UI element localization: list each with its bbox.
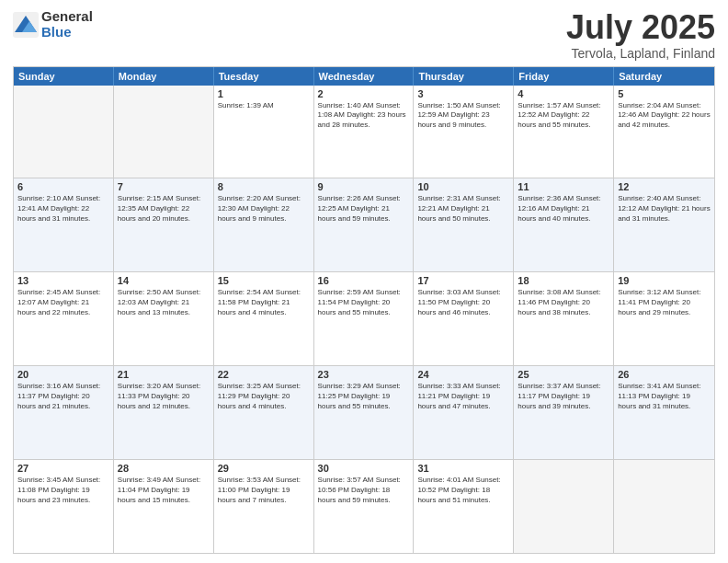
day-number: 25 (518, 369, 609, 380)
cell-details: Sunrise: 2:40 AM Sunset: 12:12 AM Daylig… (618, 194, 711, 224)
empty-cell (114, 86, 214, 178)
cell-details: Sunrise: 1:50 AM Sunset: 12:59 AM Daylig… (417, 101, 509, 131)
day-cell-18: 18Sunrise: 3:08 AM Sunset: 11:46 PM Dayl… (514, 272, 614, 365)
cell-details: Sunrise: 2:31 AM Sunset: 12:21 AM Daylig… (417, 194, 509, 224)
day-cell-19: 19Sunrise: 3:12 AM Sunset: 11:41 PM Dayl… (614, 272, 714, 365)
day-header-monday: Monday (114, 67, 214, 86)
day-number: 4 (518, 88, 609, 99)
day-number: 24 (417, 369, 509, 380)
day-number: 12 (618, 181, 711, 192)
location: Tervola, Lapland, Finland (566, 46, 715, 61)
cell-details: Sunrise: 3:20 AM Sunset: 11:33 PM Daylig… (118, 382, 210, 411)
day-number: 16 (318, 275, 410, 286)
day-number: 18 (518, 275, 609, 286)
day-number: 14 (118, 275, 210, 286)
day-number: 30 (318, 463, 410, 474)
day-cell-23: 23Sunrise: 3:29 AM Sunset: 11:25 PM Dayl… (314, 366, 415, 459)
day-cell-29: 29Sunrise: 3:53 AM Sunset: 11:00 PM Dayl… (214, 460, 314, 553)
day-cell-28: 28Sunrise: 3:49 AM Sunset: 11:04 PM Dayl… (114, 460, 214, 553)
month-title: July 2025 (566, 9, 715, 46)
cell-details: Sunrise: 3:29 AM Sunset: 11:25 PM Daylig… (318, 382, 410, 411)
day-header-thursday: Thursday (414, 67, 514, 86)
cell-details: Sunrise: 1:40 AM Sunset: 1:08 AM Dayligh… (318, 101, 410, 131)
cell-details: Sunrise: 3:16 AM Sunset: 11:37 PM Daylig… (17, 382, 109, 411)
day-cell-30: 30Sunrise: 3:57 AM Sunset: 10:56 PM Dayl… (314, 460, 415, 553)
day-number: 27 (17, 463, 109, 474)
calendar-body: 1Sunrise: 1:39 AM2Sunrise: 1:40 AM Sunse… (14, 86, 714, 553)
cell-details: Sunrise: 2:59 AM Sunset: 11:54 PM Daylig… (318, 288, 410, 317)
day-cell-11: 11Sunrise: 2:36 AM Sunset: 12:16 AM Dayl… (514, 178, 614, 271)
day-cell-16: 16Sunrise: 2:59 AM Sunset: 11:54 PM Dayl… (314, 272, 415, 365)
day-number: 19 (618, 275, 711, 286)
cell-details: Sunrise: 3:49 AM Sunset: 11:04 PM Daylig… (118, 476, 210, 505)
cell-details: Sunrise: 2:45 AM Sunset: 12:07 AM Daylig… (17, 288, 109, 317)
calendar-row-0: 1Sunrise: 1:39 AM2Sunrise: 1:40 AM Sunse… (14, 86, 714, 178)
day-header-tuesday: Tuesday (214, 67, 314, 86)
day-cell-20: 20Sunrise: 3:16 AM Sunset: 11:37 PM Dayl… (14, 366, 114, 459)
cell-details: Sunrise: 3:25 AM Sunset: 11:29 PM Daylig… (218, 382, 310, 411)
cell-details: Sunrise: 2:54 AM Sunset: 11:58 PM Daylig… (218, 288, 310, 317)
day-cell-15: 15Sunrise: 2:54 AM Sunset: 11:58 PM Dayl… (214, 272, 314, 365)
day-header-sunday: Sunday (14, 67, 114, 86)
cell-details: Sunrise: 1:57 AM Sunset: 12:52 AM Daylig… (518, 101, 609, 131)
day-cell-24: 24Sunrise: 3:33 AM Sunset: 11:21 PM Dayl… (414, 366, 514, 459)
logo-blue-text: Blue (41, 25, 93, 40)
day-cell-22: 22Sunrise: 3:25 AM Sunset: 11:29 PM Dayl… (214, 366, 314, 459)
cell-details: Sunrise: 3:53 AM Sunset: 11:00 PM Daylig… (218, 476, 310, 505)
logo-general-text: General (41, 9, 93, 25)
day-cell-10: 10Sunrise: 2:31 AM Sunset: 12:21 AM Dayl… (414, 178, 514, 271)
day-header-wednesday: Wednesday (314, 67, 415, 86)
cell-details: Sunrise: 2:04 AM Sunset: 12:46 AM Daylig… (618, 101, 711, 131)
day-cell-2: 2Sunrise: 1:40 AM Sunset: 1:08 AM Daylig… (314, 86, 415, 178)
cell-details: Sunrise: 3:08 AM Sunset: 11:46 PM Daylig… (518, 288, 609, 317)
cell-details: Sunrise: 2:15 AM Sunset: 12:35 AM Daylig… (118, 194, 210, 224)
cell-details: Sunrise: 3:03 AM Sunset: 11:50 PM Daylig… (417, 288, 509, 317)
day-number: 31 (417, 463, 509, 474)
day-cell-13: 13Sunrise: 2:45 AM Sunset: 12:07 AM Dayl… (14, 272, 114, 365)
day-cell-27: 27Sunrise: 3:45 AM Sunset: 11:08 PM Dayl… (14, 460, 114, 553)
cell-details: Sunrise: 3:37 AM Sunset: 11:17 PM Daylig… (518, 382, 609, 411)
day-cell-31: 31Sunrise: 4:01 AM Sunset: 10:52 PM Dayl… (414, 460, 514, 553)
day-cell-5: 5Sunrise: 2:04 AM Sunset: 12:46 AM Dayli… (614, 86, 714, 178)
day-number: 29 (218, 463, 310, 474)
day-cell-4: 4Sunrise: 1:57 AM Sunset: 12:52 AM Dayli… (514, 86, 614, 178)
day-number: 7 (118, 181, 210, 192)
day-number: 9 (318, 181, 410, 192)
day-number: 3 (417, 88, 509, 99)
day-number: 15 (218, 275, 310, 286)
day-number: 11 (518, 181, 609, 192)
day-cell-8: 8Sunrise: 2:20 AM Sunset: 12:30 AM Dayli… (214, 178, 314, 271)
day-cell-3: 3Sunrise: 1:50 AM Sunset: 12:59 AM Dayli… (414, 86, 514, 178)
day-number: 13 (17, 275, 109, 286)
cell-details: Sunrise: 3:12 AM Sunset: 11:41 PM Daylig… (618, 288, 711, 317)
cell-details: Sunrise: 3:33 AM Sunset: 11:21 PM Daylig… (417, 382, 509, 411)
logo: General Blue (13, 9, 93, 40)
day-cell-17: 17Sunrise: 3:03 AM Sunset: 11:50 PM Dayl… (414, 272, 514, 365)
day-number: 10 (417, 181, 509, 192)
day-number: 21 (118, 369, 210, 380)
cell-details: Sunrise: 2:50 AM Sunset: 12:03 AM Daylig… (118, 288, 210, 317)
cell-details: Sunrise: 4:01 AM Sunset: 10:52 PM Daylig… (417, 476, 509, 505)
day-number: 23 (318, 369, 410, 380)
day-number: 1 (218, 88, 310, 99)
calendar-row-1: 6Sunrise: 2:10 AM Sunset: 12:41 AM Dayli… (14, 178, 714, 271)
empty-cell (514, 460, 614, 553)
calendar-row-4: 27Sunrise: 3:45 AM Sunset: 11:08 PM Dayl… (14, 459, 714, 553)
day-cell-6: 6Sunrise: 2:10 AM Sunset: 12:41 AM Dayli… (14, 178, 114, 271)
calendar-row-2: 13Sunrise: 2:45 AM Sunset: 12:07 AM Dayl… (14, 271, 714, 365)
title-block: July 2025 Tervola, Lapland, Finland (566, 9, 715, 61)
cell-details: Sunrise: 3:57 AM Sunset: 10:56 PM Daylig… (318, 476, 410, 505)
calendar-header: SundayMondayTuesdayWednesdayThursdayFrid… (14, 67, 714, 86)
calendar-row-3: 20Sunrise: 3:16 AM Sunset: 11:37 PM Dayl… (14, 365, 714, 459)
empty-cell (14, 86, 114, 178)
day-number: 6 (17, 181, 109, 192)
cell-details: Sunrise: 1:39 AM (218, 101, 310, 111)
day-number: 8 (218, 181, 310, 192)
day-cell-7: 7Sunrise: 2:15 AM Sunset: 12:35 AM Dayli… (114, 178, 214, 271)
cell-details: Sunrise: 2:26 AM Sunset: 12:25 AM Daylig… (318, 194, 410, 224)
cell-details: Sunrise: 2:10 AM Sunset: 12:41 AM Daylig… (17, 194, 109, 224)
day-header-saturday: Saturday (614, 67, 714, 86)
day-cell-25: 25Sunrise: 3:37 AM Sunset: 11:17 PM Dayl… (514, 366, 614, 459)
day-cell-12: 12Sunrise: 2:40 AM Sunset: 12:12 AM Dayl… (614, 178, 714, 271)
day-cell-9: 9Sunrise: 2:26 AM Sunset: 12:25 AM Dayli… (314, 178, 415, 271)
